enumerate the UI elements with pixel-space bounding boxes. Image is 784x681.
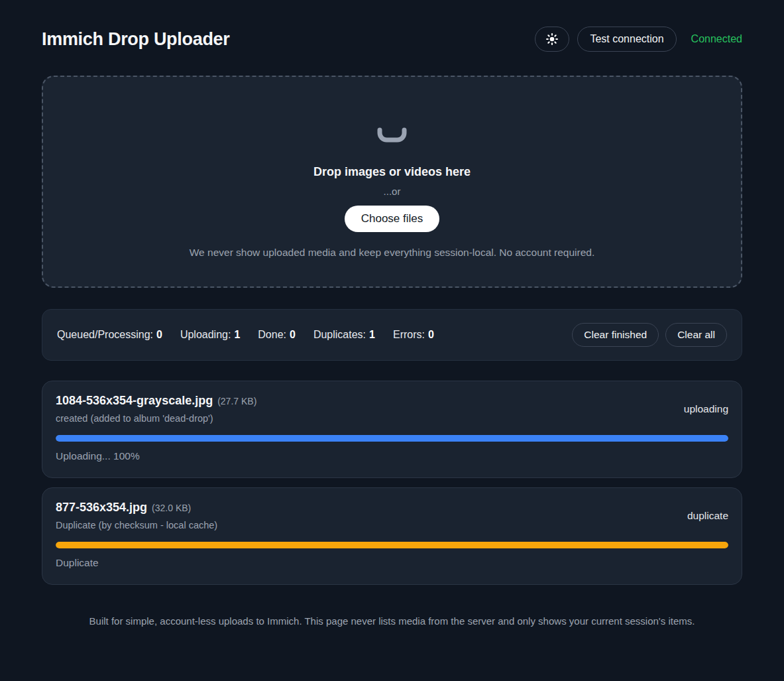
- file-line: 1084-536x354-grayscale.jpg(27.7 KB) crea…: [56, 394, 256, 424]
- file-name: 1084-536x354-grayscale.jpg: [56, 394, 213, 407]
- stat-item: Errors:0: [393, 329, 434, 341]
- stat-item: Duplicates:1: [313, 329, 375, 341]
- header: Immich Drop Uploader: [42, 27, 742, 52]
- stats-actions: Clear finished Clear all: [572, 323, 727, 347]
- progress-track: [56, 435, 728, 442]
- file-line: 877-536x354.jpg(32.0 KB) Duplicate (by c…: [56, 501, 217, 530]
- dropzone[interactable]: Drop images or videos here ...or Choose …: [42, 76, 742, 288]
- connection-status: Connected: [691, 33, 742, 45]
- progress-text: Duplicate: [56, 557, 728, 569]
- clear-finished-button[interactable]: Clear finished: [572, 323, 659, 347]
- progress-text: Uploading... 100%: [56, 450, 728, 462]
- stat-value: 0: [428, 329, 434, 340]
- stat-value: 1: [369, 329, 375, 340]
- privacy-note: We never show uploaded media and keep ev…: [190, 247, 594, 259]
- stat-item: Queued/Processing:0: [57, 329, 162, 341]
- footer-note: Built for simple, account-less uploads t…: [42, 615, 742, 653]
- header-actions: Test connection Connected: [535, 27, 742, 52]
- stat-value: 0: [156, 329, 162, 340]
- choose-files-button[interactable]: Choose files: [345, 206, 440, 232]
- dropzone-title: Drop images or videos here: [313, 165, 471, 179]
- upload-card-header: 877-536x354.jpg(32.0 KB) Duplicate (by c…: [56, 501, 728, 530]
- stat-value: 1: [234, 329, 240, 340]
- main-container: Immich Drop Uploader: [42, 0, 742, 653]
- file-detail: created (added to album 'dead-drop'): [56, 413, 256, 424]
- stat-label: Duplicates:: [313, 329, 366, 340]
- stat-label: Queued/Processing:: [57, 329, 153, 340]
- file-detail: Duplicate (by checksum - local cache): [56, 520, 217, 530]
- page-title: Immich Drop Uploader: [42, 29, 230, 50]
- progress-bar: [56, 542, 728, 548]
- stats-list: Queued/Processing:0 Uploading:1 Done:0 D…: [57, 329, 434, 341]
- stat-value: 0: [290, 329, 296, 340]
- file-name: 877-536x354.jpg: [56, 501, 147, 514]
- stat-item: Uploading:1: [180, 329, 240, 341]
- stat-label: Errors:: [393, 329, 425, 340]
- progress-track: [56, 542, 728, 548]
- clear-all-button[interactable]: Clear all: [665, 323, 727, 347]
- stats-bar: Queued/Processing:0 Uploading:1 Done:0 D…: [42, 309, 742, 361]
- sun-icon: [545, 32, 559, 46]
- theme-toggle-button[interactable]: [535, 27, 569, 52]
- file-size: (27.7 KB): [217, 396, 256, 406]
- upload-card-header: 1084-536x354-grayscale.jpg(27.7 KB) crea…: [56, 394, 728, 424]
- upload-list: 1084-536x354-grayscale.jpg(27.7 KB) crea…: [42, 381, 742, 585]
- stat-label: Done:: [258, 329, 286, 340]
- upload-card: 1084-536x354-grayscale.jpg(27.7 KB) crea…: [42, 381, 742, 478]
- stat-item: Done:0: [258, 329, 296, 341]
- status-badge: duplicate: [687, 510, 728, 522]
- upload-card: 877-536x354.jpg(32.0 KB) Duplicate (by c…: [42, 487, 742, 585]
- progress-bar: [56, 435, 728, 442]
- status-badge: uploading: [684, 403, 728, 415]
- upload-tray-icon: [376, 127, 408, 145]
- test-connection-button[interactable]: Test connection: [577, 27, 676, 51]
- dropzone-or-text: ...or: [384, 186, 401, 197]
- stat-label: Uploading:: [180, 329, 231, 340]
- file-size: (32.0 KB): [152, 503, 191, 513]
